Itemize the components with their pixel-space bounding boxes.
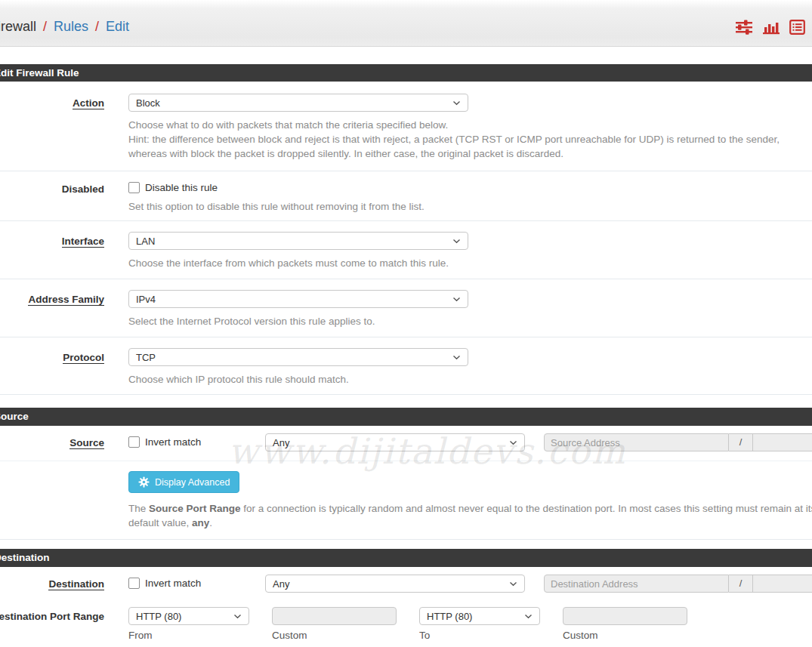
port-to-caption: To bbox=[419, 630, 563, 641]
source-row: Source Invert match Any / bbox=[0, 426, 812, 461]
disabled-label-col: Disabled bbox=[0, 182, 104, 214]
destination-port-range-label: Destination Port Range bbox=[0, 611, 104, 622]
port-from-select[interactable]: HTTP (80) bbox=[128, 607, 249, 625]
chevron-down-icon bbox=[452, 355, 461, 360]
protocol-label-col: Protocol bbox=[0, 348, 104, 387]
port-from-custom-caption: Custom bbox=[272, 630, 419, 641]
destination-invert-label: Invert match bbox=[145, 578, 201, 589]
source-type-select[interactable]: Any bbox=[265, 433, 525, 451]
firewall-rule-edit-page: Firewall / Rules / Edit bbox=[0, 0, 812, 647]
destination-label: Destination bbox=[48, 578, 104, 590]
destination-row: Destination Invert match Any / bbox=[0, 567, 812, 600]
destination-type-value: Any bbox=[273, 578, 289, 590]
port-to-value: HTTP (80) bbox=[427, 611, 472, 622]
breadcrumb-firewall: Firewall bbox=[0, 19, 36, 35]
disable-rule-checkbox[interactable] bbox=[128, 182, 140, 193]
source-port-help: The Source Port Range for a connection i… bbox=[128, 503, 812, 528]
destination-port-range-label-col: Destination Port Range bbox=[0, 607, 104, 647]
source-mask-separator: / bbox=[729, 433, 753, 451]
action-select-value: Block bbox=[136, 97, 160, 109]
port-to-custom-input[interactable] bbox=[563, 607, 687, 625]
chevron-down-icon bbox=[452, 297, 461, 302]
address-family-label: Address Family bbox=[28, 294, 104, 306]
chevron-down-icon bbox=[452, 100, 461, 106]
address-family-row: Address Family IPv4 Select the Internet … bbox=[0, 279, 812, 337]
port-from-value: HTTP (80) bbox=[136, 611, 181, 622]
chevron-down-icon bbox=[524, 614, 533, 619]
interface-label: Interface bbox=[62, 236, 104, 248]
interface-label-col: Interface bbox=[0, 232, 104, 270]
action-select[interactable]: Block bbox=[128, 94, 468, 112]
destination-type-select[interactable]: Any bbox=[265, 575, 525, 593]
interface-select-value: LAN bbox=[136, 236, 155, 247]
action-row: Action Block Choose what to do with pack… bbox=[0, 82, 812, 171]
interface-row: Interface LAN Choose the interface from … bbox=[0, 221, 812, 279]
empty-label-col bbox=[0, 471, 104, 530]
address-family-help: Select the Internet Protocol version thi… bbox=[128, 314, 812, 328]
action-help-line2: Hint: the difference between block and r… bbox=[128, 132, 812, 161]
bar-chart-icon[interactable] bbox=[763, 20, 780, 35]
destination-invert-checkbox[interactable] bbox=[128, 578, 140, 589]
protocol-select-value: TCP bbox=[136, 352, 156, 363]
source-label-col: Source bbox=[0, 433, 104, 451]
port-to-select[interactable]: HTTP (80) bbox=[419, 607, 540, 625]
destination-mask-input[interactable] bbox=[753, 575, 812, 593]
disabled-row: Disabled Disable this rule Set this opti… bbox=[0, 171, 812, 221]
source-label: Source bbox=[69, 437, 104, 449]
destination-section-title: Destination bbox=[0, 549, 812, 567]
source-mask-input[interactable] bbox=[753, 433, 812, 451]
display-advanced-label: Display Advanced bbox=[155, 477, 230, 488]
gear-icon bbox=[138, 476, 150, 488]
spacer bbox=[0, 47, 812, 64]
interface-select[interactable]: LAN bbox=[128, 232, 468, 250]
port-to-custom-caption: Custom bbox=[563, 630, 687, 641]
disabled-label: Disabled bbox=[62, 183, 104, 195]
panel-title-edit-firewall-rule: Edit Firewall Rule bbox=[0, 64, 812, 82]
chevron-down-icon bbox=[509, 581, 517, 587]
sliders-icon[interactable] bbox=[735, 20, 753, 35]
port-from-custom-input[interactable] bbox=[272, 607, 397, 625]
source-type-value: Any bbox=[273, 437, 289, 448]
disabled-help: Set this option to disable this rule wit… bbox=[128, 199, 812, 214]
address-family-select[interactable]: IPv4 bbox=[128, 290, 468, 308]
breadcrumb-separator: / bbox=[43, 19, 47, 35]
chevron-down-icon bbox=[452, 239, 461, 244]
spacer bbox=[0, 540, 812, 549]
protocol-help: Choose which IP protocol this rule shoul… bbox=[128, 372, 812, 387]
action-label-col: Action bbox=[0, 94, 104, 161]
address-family-label-col: Address Family bbox=[0, 290, 104, 328]
log-icon[interactable] bbox=[789, 20, 805, 35]
source-advanced-row: Display Advanced The Source Port Range f… bbox=[0, 461, 812, 540]
breadcrumb: Firewall / Rules / Edit bbox=[0, 19, 129, 35]
protocol-select[interactable]: TCP bbox=[128, 348, 468, 366]
action-help-line1: Choose what to do with packets that matc… bbox=[128, 118, 812, 132]
address-family-select-value: IPv4 bbox=[136, 294, 156, 305]
breadcrumb-rules-link[interactable]: Rules bbox=[54, 19, 88, 35]
destination-label-col: Destination bbox=[0, 575, 104, 593]
spacer bbox=[0, 395, 812, 408]
port-from-caption: From bbox=[128, 630, 272, 641]
header-action-icons bbox=[735, 20, 805, 35]
destination-mask-separator: / bbox=[729, 575, 753, 593]
source-section-title: Source bbox=[0, 408, 812, 426]
display-advanced-button[interactable]: Display Advanced bbox=[128, 471, 239, 493]
destination-port-range-row: Destination Port Range HTTP (80) bbox=[0, 600, 812, 647]
chevron-down-icon bbox=[233, 614, 242, 619]
protocol-row: Protocol TCP Choose which IP protocol th… bbox=[0, 337, 812, 395]
breadcrumb-edit-link[interactable]: Edit bbox=[106, 19, 129, 35]
source-invert-checkbox[interactable] bbox=[128, 436, 140, 448]
source-invert-label: Invert match bbox=[145, 436, 201, 448]
chevron-down-icon bbox=[509, 440, 517, 445]
breadcrumb-bar: Firewall / Rules / Edit bbox=[0, 0, 812, 47]
action-label: Action bbox=[73, 97, 104, 109]
protocol-label: Protocol bbox=[63, 352, 104, 364]
disable-rule-checkbox-label: Disable this rule bbox=[145, 182, 218, 193]
destination-address-input[interactable] bbox=[544, 575, 729, 593]
source-address-input[interactable] bbox=[544, 433, 729, 451]
breadcrumb-separator: / bbox=[95, 19, 99, 35]
interface-help: Choose the interface from which packets … bbox=[128, 256, 812, 270]
